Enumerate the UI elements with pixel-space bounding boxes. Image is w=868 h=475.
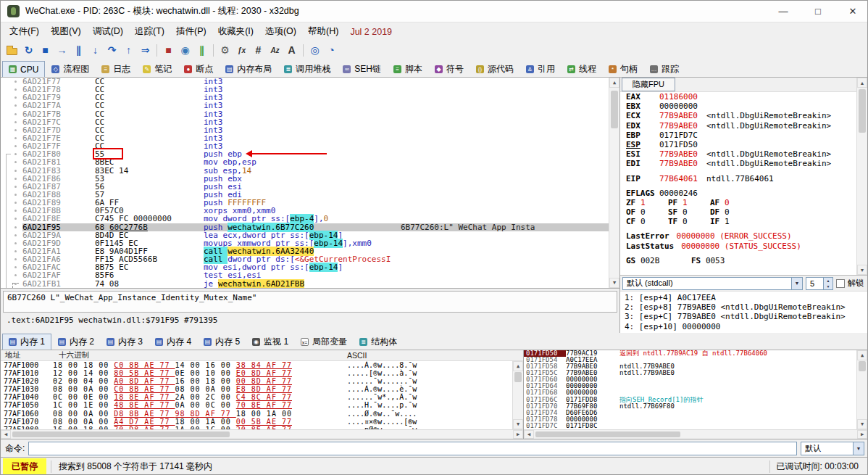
disasm-row[interactable]: 6AD21F7DCCint3 [1, 126, 609, 134]
assemble-icon[interactable]: Az [267, 43, 283, 58]
menu-item-file[interactable]: 文件(F) [4, 23, 45, 40]
scroll-thumb[interactable] [514, 372, 522, 382]
pause-icon[interactable]: ∥ [71, 43, 86, 58]
menu-item-options[interactable]: 选项(O) [259, 23, 302, 40]
stack-row[interactable]: 0171FD7C0171FD8C [524, 423, 856, 429]
spin-down-icon[interactable]: ▼ [824, 284, 832, 289]
memory-row[interactable]: 77AF102002 00 04 00 A0 8D AF 77 16 00 18… [1, 377, 512, 385]
run-icon[interactable]: → [54, 43, 70, 58]
debug-time-icon[interactable]: ◔ [324, 43, 339, 58]
disasm-row[interactable]: 6AD21F8383EC 14sub esp,14 [1, 167, 609, 175]
args-row[interactable]: 1: [esp+4] A0C17EEA [625, 293, 867, 302]
tab-call-stack[interactable]: ≣调用堆栈 [278, 61, 336, 77]
tab-symbols[interactable]: ◆符号 [429, 61, 470, 77]
disasm-gutter[interactable] [1, 158, 22, 166]
patches-icon[interactable]: ∥ [194, 43, 209, 58]
register-row[interactable]: LastStatus00000000 (STATUS_SUCCESS) [620, 241, 856, 251]
tab-cpu[interactable]: ▦CPU [2, 61, 45, 77]
flag-cf[interactable]: CF 0 [626, 217, 668, 226]
memory-hscrollbar[interactable]: ◀ ▶ [1, 429, 523, 439]
tab-watch-1[interactable]: ◉监视 1 [246, 334, 294, 350]
memory-map-icon[interactable]: ◉ [178, 43, 193, 58]
register-row[interactable]: EBP0171FD7C [620, 131, 856, 140]
disasm-gutter[interactable] [1, 175, 22, 183]
disasm-row[interactable]: 6AD21F78CCint3 [1, 86, 609, 94]
scroll-down-arrow-icon[interactable]: ▼ [513, 419, 523, 429]
memory-row[interactable]: 77AF100018 00 18 00 C0 8B AE 77 14 00 16… [1, 361, 512, 369]
menu-item-favourites[interactable]: 收藏夹(I) [212, 23, 259, 40]
memory-row[interactable]: 77AF106008 00 0A 00 D8 8B AE 77 98 8D AF… [1, 410, 512, 418]
menu-item-view[interactable]: 视图(V) [45, 23, 87, 40]
tab-references[interactable]: &引用 [520, 61, 561, 77]
scroll-left-arrow-icon[interactable]: ◀ [524, 430, 534, 439]
disasm-row[interactable]: 6AD21F8857push edi [1, 191, 609, 199]
tab-dump-4[interactable]: ▤内存 4 [149, 334, 197, 350]
register-row[interactable]: ECX77B9ABE0<ntdll.DbgUiRemoteBreakin> [620, 111, 856, 120]
disasm-gutter[interactable] [1, 183, 22, 191]
disasm-gutter[interactable] [1, 134, 22, 142]
tab-breakpoints[interactable]: ●断点 [178, 61, 219, 77]
disasm-gutter[interactable] [1, 223, 22, 231]
title-bar[interactable]: WeChat.exe - PID: 263C - 模块: wechatwin.d… [1, 1, 867, 22]
open-file-icon[interactable] [4, 43, 20, 58]
flag-df[interactable]: DF 0 [710, 207, 752, 217]
memory-vscrollbar[interactable]: ▲ ▼ [512, 361, 523, 429]
scroll-left-arrow-icon[interactable]: ◀ [1, 430, 11, 439]
flag-tf[interactable]: TF 0 [668, 217, 710, 226]
flags-row[interactable]: GS 002BFS 0053 [620, 256, 856, 265]
disasm-gutter[interactable] [1, 142, 22, 150]
disasm-gutter[interactable] [1, 215, 22, 223]
scroll-up-arrow-icon[interactable]: ▲ [609, 78, 619, 88]
argument-depth-spinner[interactable]: 5 ▲▼ [806, 277, 833, 290]
disasm-row[interactable]: 6AD21F7FCCint3 [1, 142, 609, 150]
flags-row[interactable]: OF 0SF 0DF 0 [620, 207, 856, 217]
chevron-down-icon[interactable]: ▼ [791, 278, 802, 289]
disasm-row[interactable]: 6AD21F896A FFpush FFFFFFFF [1, 199, 609, 207]
register-row[interactable]: EAX01186000 [620, 92, 856, 102]
tab-dump-3[interactable]: ▤内存 3 [101, 334, 149, 350]
unlock-checkbox[interactable] [836, 279, 845, 288]
register-row[interactable]: EDI77B9ABE0<ntdll.DbgUiRemoteBreakin> [620, 159, 856, 168]
tab-graph[interactable]: ◇流程图 [46, 61, 95, 77]
scroll-right-arrow-icon[interactable]: ▶ [513, 430, 523, 439]
run-to-user-code-icon[interactable]: ⇒ [138, 43, 153, 58]
memory-row[interactable]: 77AF101012 00 14 00 80 5B AE 77 0E 00 10… [1, 369, 512, 377]
command-profile-select[interactable]: 默认 ▼ [801, 442, 864, 455]
disasm-row[interactable]: 6AD21F8055push ebp [1, 150, 609, 158]
register-row[interactable]: EDX77B9ABE0<ntdll.DbgUiRemoteBreakin> [620, 121, 856, 131]
disasm-row[interactable]: 6AD21F7BCCint3 [1, 110, 609, 118]
tab-notes[interactable]: ✎笔记 [137, 61, 178, 77]
restart-icon[interactable]: ↻ [21, 43, 36, 58]
scroll-down-arrow-icon[interactable]: ▼ [857, 265, 867, 275]
disasm-gutter[interactable] [1, 102, 22, 110]
tab-handles[interactable]: *句柄 [603, 61, 643, 77]
args-row[interactable]: 2: [esp+8] 77B9ABE0 <ntdll.DbgUiRemoteBr… [625, 302, 867, 312]
stack-hscrollbar[interactable]: ◀ ▶ [524, 429, 867, 439]
chevron-down-icon[interactable]: ▼ [853, 442, 864, 455]
scroll-up-arrow-icon[interactable]: ▲ [857, 78, 867, 88]
flag-if[interactable]: IF 1 [710, 217, 752, 226]
hash-icon[interactable]: # [251, 43, 266, 58]
flag-fs[interactable]: FS 0053 [691, 256, 756, 265]
disasm-gutter[interactable] [1, 199, 22, 207]
flag-af[interactable]: AF 0 [710, 198, 752, 207]
stack-vscrollbar[interactable]: ▲ ▼ [856, 350, 867, 429]
disasm-row[interactable]: 6AD21F77CCint3 [1, 78, 609, 86]
register-row[interactable]: EIP77B64061ntdll.77B64061 [620, 174, 856, 183]
memory-row[interactable]: 77AF103008 00 0A 00 C0 8B AE 77 08 00 0A… [1, 385, 512, 393]
disasm-gutter[interactable] [1, 280, 22, 288]
flags-row[interactable]: ZF 1PF 1AF 0 [620, 198, 856, 207]
command-input[interactable] [28, 442, 797, 455]
step-over-icon[interactable]: ↷ [104, 43, 120, 58]
tab-source[interactable]: {}源代码 [470, 61, 519, 77]
disasm-row[interactable]: 6AD21F7CCCint3 [1, 118, 609, 126]
tab-script[interactable]: ≡脚本 [388, 61, 428, 77]
scroll-thumb[interactable] [859, 89, 866, 133]
disasm-gutter[interactable] [1, 150, 22, 158]
tab-dump-1[interactable]: ▤内存 1 [2, 334, 51, 350]
disasm-gutter[interactable] [1, 167, 22, 175]
args-row[interactable]: 3: [esp+C] 77B9ABE0 <ntdll.DbgUiRemoteBr… [625, 312, 867, 321]
memory-row[interactable]: 77AF10400C 00 0E 00 18 8E AF 77 2A 00 2C… [1, 393, 512, 401]
spinner-arrows[interactable]: ▲▼ [823, 278, 832, 289]
disasm-gutter[interactable] [1, 271, 22, 279]
